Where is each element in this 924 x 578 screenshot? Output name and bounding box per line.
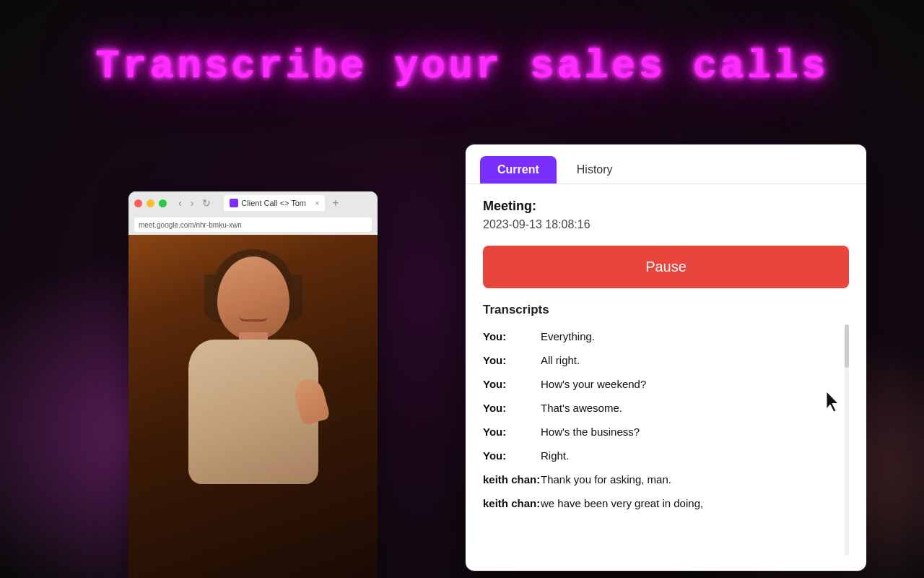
person-head <box>217 256 289 340</box>
browser-minimize-dot[interactable] <box>147 199 154 207</box>
person-smile <box>239 316 268 322</box>
panel-tabs: Current History <box>466 144 866 184</box>
page-title: Transcribe your sales calls <box>0 43 924 90</box>
forward-button[interactable]: › <box>188 196 197 210</box>
transcript-list: You: Everything.You: All right.You: How'… <box>483 324 849 515</box>
person-figure <box>167 235 340 578</box>
extension-panel: Current History Meeting: 2023-09-13 18:0… <box>466 144 866 571</box>
scrollbar-thumb[interactable] <box>845 324 849 368</box>
tab-title: Client Call <> Tom <box>241 199 306 207</box>
transcript-speaker: You: <box>483 400 541 415</box>
tab-close-button[interactable]: × <box>315 199 320 207</box>
transcript-line: You: How's the business? <box>483 420 849 444</box>
browser-tab[interactable]: Client Call <> Tom × <box>224 195 325 211</box>
reload-button[interactable]: ↻ <box>199 196 214 210</box>
video-feed <box>128 235 378 578</box>
pause-button[interactable]: Pause <box>483 246 849 288</box>
transcript-speaker: You: <box>483 448 541 463</box>
transcript-speaker: You: <box>483 353 541 368</box>
browser-content <box>128 235 378 578</box>
transcript-speaker: You: <box>483 329 541 344</box>
tab-current[interactable]: Current <box>480 156 557 184</box>
mouse-cursor <box>824 390 841 412</box>
browser-maximize-dot[interactable] <box>159 199 167 207</box>
transcript-speech: Thank you for asking, man. <box>541 472 849 487</box>
transcript-speech: we have been very great in doing, <box>541 496 849 511</box>
transcript-speech: That's awesome. <box>541 400 849 415</box>
url-input[interactable] <box>134 217 372 232</box>
transcript-speaker: keith chan: <box>483 472 541 487</box>
transcripts-container[interactable]: You: Everything.You: All right.You: How'… <box>483 324 849 556</box>
browser-close-dot[interactable] <box>134 199 142 207</box>
browser-nav: ‹ › ↻ <box>175 196 214 210</box>
back-button[interactable]: ‹ <box>175 196 185 210</box>
transcript-speaker: You: <box>483 376 541 392</box>
meeting-date: 2023-09-13 18:08:16 <box>483 218 849 231</box>
panel-body: Meeting: 2023-09-13 18:08:16 Pause Trans… <box>466 184 866 570</box>
transcript-line: keith chan: Thank you for asking, man. <box>483 467 849 491</box>
transcript-speech: All right. <box>541 353 849 368</box>
transcript-line: You: Right. <box>483 444 849 467</box>
transcript-line: You: All right. <box>483 348 849 372</box>
transcript-speaker: keith chan: <box>483 496 541 511</box>
browser-window: ‹ › ↻ Client Call <> Tom × + <box>128 191 378 578</box>
transcript-speech: Everything. <box>541 329 849 344</box>
scrollbar-track[interactable] <box>845 324 849 556</box>
tab-favicon <box>230 199 238 207</box>
meeting-label: Meeting: <box>483 199 849 214</box>
transcript-speech: Right. <box>541 448 849 463</box>
transcript-speech: How's the business? <box>541 424 849 439</box>
transcript-line: You: Everything. <box>483 324 849 348</box>
transcript-line: You: How's your weekend? <box>483 372 849 396</box>
address-bar <box>128 215 378 235</box>
browser-toolbar: ‹ › ↻ Client Call <> Tom × + <box>128 191 378 215</box>
tab-history[interactable]: History <box>559 156 630 184</box>
transcript-speaker: You: <box>483 424 541 439</box>
transcript-line: keith chan: we have been very great in d… <box>483 491 849 515</box>
transcript-speech: How's your weekend? <box>541 376 849 392</box>
transcripts-label: Transcripts <box>483 303 849 317</box>
new-tab-button[interactable]: + <box>329 197 341 210</box>
transcript-line: You: That's awesome. <box>483 396 849 420</box>
